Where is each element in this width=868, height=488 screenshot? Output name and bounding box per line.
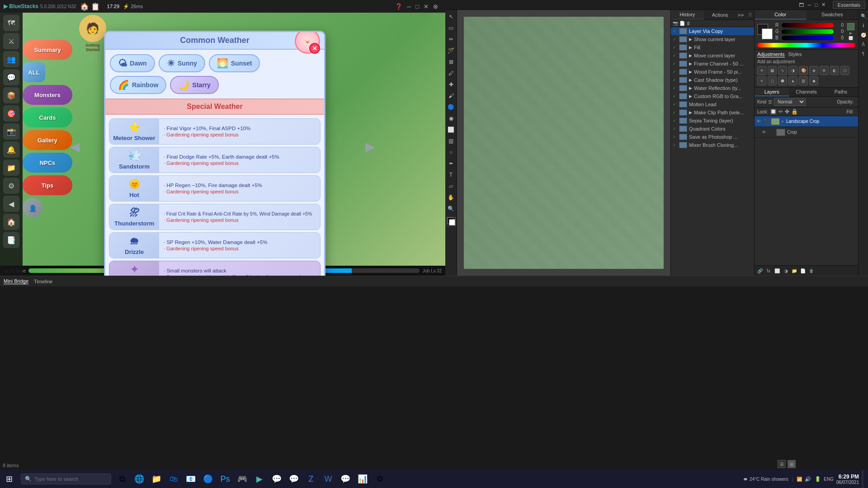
- tool-move[interactable]: ↖: [446, 12, 456, 22]
- kind-icon[interactable]: ☰: [768, 99, 772, 104]
- game-sidebar-icon-12[interactable]: 🏠: [3, 214, 19, 230]
- taskbar-bluestacks-tb[interactable]: ▶: [251, 471, 268, 487]
- history-item-1[interactable]: ✓ ▶ Show current layer: [671, 35, 754, 43]
- channels-tab[interactable]: Channels: [789, 88, 823, 96]
- layers-tab[interactable]: Layers: [755, 88, 789, 96]
- search-bar[interactable]: 🔍: [21, 474, 111, 484]
- history-options-btn[interactable]: ☰: [746, 12, 754, 17]
- close-btn-bs[interactable]: ✕: [424, 3, 429, 10]
- lb-adj-btn[interactable]: ◑: [782, 267, 789, 274]
- nav-monsters[interactable]: Monsters: [23, 85, 72, 105]
- history-item-4[interactable]: ✓ ▶ Frame Channel - 50 ...: [671, 60, 754, 68]
- weather-hot[interactable]: 🌞 Hot · HP Regen −10%, Fire damage dealt…: [109, 175, 321, 202]
- taskbar-discord[interactable]: 💬: [269, 471, 285, 487]
- weather-void[interactable]: ✦ Void · Small monsters will attack · Ca…: [109, 261, 321, 276]
- minimize-btn[interactable]: ─: [407, 3, 411, 10]
- tool-lasso[interactable]: ✏: [446, 34, 456, 44]
- game-sidebar-icon-2[interactable]: ⚔: [3, 33, 19, 49]
- weather-thunderstorm[interactable]: ⛈ Thunderstorm · Final Crit Rate & Final…: [109, 204, 321, 230]
- taskbar-whatsapp[interactable]: 💬: [337, 471, 354, 487]
- history-create-layer-btn[interactable]: 📄: [679, 21, 685, 26]
- layer-crop[interactable]: 👁 Crop: [755, 127, 858, 138]
- adj-icon-levels[interactable]: ▦: [768, 66, 777, 75]
- game-sidebar-icon-8[interactable]: 🔔: [3, 141, 19, 158]
- history-new-snap-btn[interactable]: 📷: [673, 21, 678, 26]
- b-slider[interactable]: [782, 36, 834, 40]
- windows-button[interactable]: ⊞: [0, 470, 18, 488]
- game-sidebar-icon-6[interactable]: 🎯: [3, 105, 19, 122]
- color-tab[interactable]: Color: [755, 10, 807, 19]
- game-sidebar-icon-1[interactable]: 🗺: [3, 15, 19, 31]
- nav-all[interactable]: ALL: [23, 62, 45, 82]
- tool-history[interactable]: ◉: [446, 113, 456, 123]
- taskbar-taskview[interactable]: ⧉: [114, 471, 130, 487]
- weather-sandstorm[interactable]: 💨 Sandstorm · Final Dodge Rate +5%, Eart…: [109, 147, 321, 173]
- restore-btn[interactable]: □: [415, 3, 419, 10]
- adj-icon-channelmix[interactable]: ≡: [757, 76, 766, 85]
- menu-icon[interactable]: 📋: [91, 2, 100, 11]
- show-desktop-btn[interactable]: [862, 470, 863, 488]
- history-item-11[interactable]: ✓ Sepia Toning (layer): [671, 117, 754, 125]
- lb-trash-btn[interactable]: 🗑: [808, 267, 815, 274]
- layer-landscape-crop[interactable]: 👁 ⬛ ▶ Landscape Crop: [755, 116, 858, 127]
- grid-view-btn[interactable]: ⊞: [788, 460, 796, 468]
- tool-magic-wand[interactable]: 🪄: [446, 46, 456, 56]
- taskbar-explorer[interactable]: 📁: [148, 471, 165, 487]
- history-item-8[interactable]: ✓ ▶ Custom RGB to Gra...: [671, 92, 754, 100]
- game-sidebar-icon-11[interactable]: ◀: [3, 196, 19, 212]
- nav-gallery[interactable]: Gallery: [23, 130, 72, 150]
- styles-tab[interactable]: Styles: [788, 52, 802, 57]
- taskbar-photoshop[interactable]: Ps: [217, 471, 233, 487]
- adj-icon-selectcolor[interactable]: ◆: [809, 76, 818, 85]
- history-item-13[interactable]: ✓ Save as Photoshop ...: [671, 133, 754, 141]
- weather-sunset[interactable]: 🌅 Sunset: [209, 54, 260, 72]
- tool-crop[interactable]: ⊠: [446, 57, 456, 67]
- adj-icon-gradient[interactable]: ▥: [799, 76, 808, 85]
- nav-npcs[interactable]: NPCs: [23, 153, 72, 173]
- lock-position-btn[interactable]: ✤: [785, 108, 789, 115]
- tool-select[interactable]: ▭: [446, 23, 456, 33]
- tool-eyedropper[interactable]: 🖊: [446, 68, 456, 78]
- game-sidebar-icon-5[interactable]: 📦: [3, 87, 19, 103]
- nav-tips[interactable]: Tips: [23, 175, 72, 195]
- nav-misc[interactable]: 👤: [23, 198, 42, 218]
- adj-icon-vibrance[interactable]: ◈: [809, 66, 818, 75]
- weather-starry[interactable]: 🌙 Starry: [170, 76, 218, 94]
- home-icon[interactable]: 🏠: [80, 2, 89, 11]
- adj-icon-bw[interactable]: ◐: [830, 66, 839, 75]
- mini-bridge-tab[interactable]: Mini Bridge: [4, 278, 28, 284]
- tool-hand[interactable]: ✋: [446, 192, 456, 202]
- weather-meteor-shower[interactable]: ⭐ Meteor Shower · Final Vigor +10%, Fina…: [109, 118, 321, 145]
- tool-heal[interactable]: ✚: [446, 80, 456, 89]
- history-item-0[interactable]: ✓ Layer Via Copy: [671, 27, 754, 35]
- weather-rainbow[interactable]: 🌈 Rainbow: [110, 76, 166, 94]
- ps-close-btn[interactable]: ✕: [821, 2, 826, 8]
- layer-eye-0[interactable]: 👁: [756, 119, 763, 124]
- history-item-2[interactable]: ✓ ▶ Fill: [671, 43, 754, 52]
- adj-icon-posterize[interactable]: ⬢: [778, 76, 787, 85]
- history-item-10[interactable]: ✓ ▶ Make Clip Path (sele...: [671, 108, 754, 117]
- weather-sunny[interactable]: ☀ Sunny: [159, 54, 205, 72]
- taskbar-messenger[interactable]: 💬: [286, 471, 302, 487]
- weather-drizzle[interactable]: 🌧 Drizzle · SP Regen +10%, Water Damage …: [109, 232, 321, 258]
- r-slider[interactable]: [782, 23, 834, 28]
- history-expand-btn[interactable]: ▶▶: [736, 13, 746, 17]
- nav-cards[interactable]: Cards: [23, 108, 72, 127]
- history-trash-btn[interactable]: 🗑: [686, 21, 691, 26]
- adj-icon-brightness[interactable]: ☀: [757, 66, 766, 75]
- adj-icon-curves[interactable]: ∿: [778, 66, 787, 75]
- history-item-5[interactable]: ✓ ▶ Wood Frame - 50 pi...: [671, 68, 754, 76]
- tool-path[interactable]: ▱: [446, 181, 456, 191]
- adj-icon-threshold[interactable]: ▲: [788, 76, 797, 85]
- adj-icon-hue[interactable]: 🎨: [799, 66, 808, 75]
- tool-zoom[interactable]: 🔍: [446, 204, 456, 214]
- blend-mode-select[interactable]: Normal: [774, 98, 806, 106]
- tool-dodge[interactable]: ○: [446, 147, 456, 157]
- lb-fx-btn[interactable]: fx: [765, 267, 772, 274]
- adj-icon-invert[interactable]: ◻: [768, 76, 777, 85]
- modal-close-button[interactable]: 🐷 ✕: [295, 31, 326, 60]
- timeline-tab[interactable]: Timeline: [34, 279, 52, 284]
- lock-transparent-btn[interactable]: 🔲: [770, 108, 777, 115]
- search-input[interactable]: [34, 476, 98, 482]
- taskbar-zoom[interactable]: Z: [303, 471, 319, 487]
